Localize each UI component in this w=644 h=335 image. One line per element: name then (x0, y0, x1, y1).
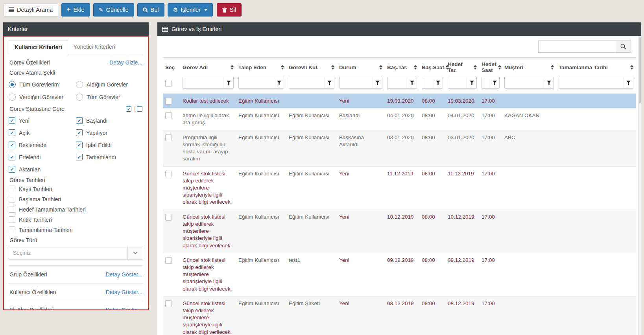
checkbox-checked-icon[interactable]: ✔ (76, 154, 83, 160)
detail-toggle-link[interactable]: Detay Göster... (106, 271, 142, 278)
checkbox-checked-icon[interactable]: ✔ (9, 166, 15, 173)
checkbox-option[interactable]: ✔Aktarılan (9, 166, 76, 173)
filter-input-talep-eden[interactable] (239, 77, 274, 88)
delete-button[interactable]: Sil (217, 3, 242, 17)
find-button[interactable]: Bul (137, 3, 164, 17)
table-row[interactable]: ✔Güncel stok listesi takip edilerek müşt… (163, 296, 636, 335)
checkbox-option[interactable]: ✔Açık (9, 129, 76, 136)
grid-search-input[interactable] (538, 40, 616, 53)
radio-option[interactable]: Tüm Görevler (76, 94, 143, 101)
checkbox-checked-icon[interactable]: ✔ (9, 154, 15, 160)
filter-button-bas-saat[interactable] (433, 77, 443, 88)
checkbox-option[interactable]: ✔Hedef Tamamlama Tarihleri (9, 206, 143, 213)
radio-option[interactable]: Aldığım Görevler (76, 81, 143, 88)
sort-icon[interactable] (379, 65, 382, 70)
checkbox-checked-icon[interactable]: ✔ (76, 117, 83, 124)
filter-input-bas-saat[interactable] (422, 77, 433, 88)
filter-input-gorevli-kul[interactable] (289, 77, 324, 88)
checkbox-empty-icon[interactable]: ✔ (9, 206, 15, 213)
sort-icon[interactable] (551, 65, 554, 70)
checkbox-option[interactable]: ✔Kritik Tarihleri (9, 216, 143, 223)
update-button[interactable]: ✎ Güncelle (93, 3, 134, 17)
filter-button-hedef-saat[interactable] (489, 77, 499, 88)
uncheck-all-icon[interactable]: ✔ (137, 106, 142, 112)
row-checkbox[interactable]: ✔ (165, 112, 172, 119)
radio-icon[interactable] (76, 94, 83, 101)
table-row[interactable]: ✔Güncel stok listesi takip edilerek müşt… (163, 210, 636, 253)
column-header-tamamlanma-tarihi[interactable]: Tamamlanma Tarihi (556, 58, 636, 76)
select-all-checkbox[interactable]: ✔ (165, 80, 172, 87)
detailed-search-button[interactable]: Detaylı Arama (3, 3, 58, 17)
add-button[interactable]: + Ekle (61, 3, 90, 17)
table-row[interactable]: ✔Güncel stok listesi takip edilerek müşt… (163, 253, 636, 296)
checkbox-empty-icon[interactable]: ✔ (9, 196, 15, 202)
column-header-gorev-adi[interactable]: Görev Adı (180, 58, 236, 76)
task-type-select[interactable]: Seçiniz (9, 246, 143, 260)
sort-icon[interactable] (630, 65, 633, 70)
checkbox-checked-icon[interactable]: ✔ (76, 142, 83, 148)
task-properties-toggle-link[interactable]: Detay Gizle... (109, 59, 142, 66)
filter-button-bas-tar[interactable] (407, 77, 417, 88)
filter-input-hedef-tar[interactable] (448, 77, 467, 88)
column-header-gorevli-kul[interactable]: Görevli Kul. (286, 58, 337, 76)
row-checkbox[interactable]: ✔ (165, 134, 172, 141)
row-checkbox[interactable]: ✔ (165, 214, 172, 221)
checkbox-option[interactable]: ✔Yeni (9, 117, 76, 124)
sort-icon[interactable] (231, 65, 234, 70)
filter-input-tamamlanma-tarihi[interactable] (559, 77, 623, 88)
table-row[interactable]: ✔Kodlar test edilecekEğitim KullanıcısıY… (163, 94, 636, 109)
radio-option[interactable]: Tüm Görevlerim (9, 81, 76, 88)
filter-button-hedef-tar[interactable] (467, 77, 476, 88)
filter-button-musteri[interactable] (544, 77, 554, 88)
column-header-talep-eden[interactable]: Talep Eden (236, 58, 286, 76)
check-all-icon[interactable]: ✔ (126, 106, 131, 112)
sort-icon[interactable] (498, 65, 501, 70)
filter-button-gorevli-kul[interactable] (324, 77, 334, 88)
checkbox-option[interactable]: ✔Başlama Tarihleri (9, 196, 143, 202)
filter-input-hedef-saat[interactable] (482, 77, 489, 88)
filter-input-gorev-adi[interactable] (183, 77, 223, 88)
tab-user-criteria[interactable]: Kullanıcı Kriterleri (9, 40, 68, 54)
checkbox-option[interactable]: ✔Kayıt Tarihleri (9, 186, 143, 192)
checkbox-empty-icon[interactable]: ✔ (9, 216, 15, 223)
column-header-bas-tar[interactable]: Baş.Tar. (385, 58, 419, 76)
filter-button-tamamlanma-tarihi[interactable] (623, 77, 633, 88)
table-row[interactable]: ✔Programla ilgili sormak istediği bir no… (163, 130, 636, 166)
column-header-bas-saat[interactable]: Baş.Saat (419, 58, 445, 76)
checkbox-option[interactable]: ✔Başlandı (76, 117, 143, 124)
checkbox-option[interactable]: ✔Tamamlandı (76, 154, 143, 160)
row-checkbox[interactable]: ✔ (165, 257, 172, 264)
filter-button-talep-eden[interactable] (274, 77, 284, 88)
detail-toggle-link[interactable]: Detay Göster... (106, 289, 142, 295)
checkbox-empty-icon[interactable]: ✔ (9, 226, 15, 233)
filter-input-bas-tar[interactable] (388, 77, 407, 88)
checkbox-option[interactable]: ✔Beklemede (9, 142, 76, 148)
filter-input-musteri[interactable] (505, 77, 544, 88)
table-row[interactable]: ✔Güncel stok listesi takip edilerek müşt… (163, 166, 636, 210)
filter-input-durum[interactable] (340, 77, 372, 88)
sort-icon[interactable] (474, 65, 477, 70)
row-checkbox[interactable]: ✔ (165, 300, 172, 307)
checkbox-checked-icon[interactable]: ✔ (76, 129, 83, 136)
column-header-hedef-tar[interactable]: Hedef Tar. (445, 58, 479, 76)
checkbox-checked-icon[interactable]: ✔ (9, 142, 15, 148)
radio-icon[interactable] (76, 81, 83, 88)
table-row[interactable]: ✔demo ile ilgili olarak ara görüş.Eğitim… (163, 109, 636, 130)
checkbox-option[interactable]: ✔Ertelendi (9, 154, 76, 160)
radio-icon[interactable] (9, 94, 16, 101)
checkbox-option[interactable]: ✔İptal Edildi (76, 142, 143, 148)
column-header-hedef-saat[interactable]: Hedef Saat (479, 58, 502, 76)
detail-toggle-link[interactable]: Detay Göster... (106, 307, 142, 310)
scrollbar-thumb[interactable] (639, 37, 641, 103)
radio-option[interactable]: Verdiğim Görevler (9, 94, 76, 101)
filter-button-gorev-adi[interactable] (223, 77, 233, 88)
checkbox-option[interactable]: ✔Tamamlanma Tarihleri (9, 226, 143, 233)
vertical-scrollbar[interactable] (638, 36, 641, 335)
sort-icon[interactable] (414, 65, 417, 70)
tab-manager-criteria[interactable]: Yönetici Kriterleri (68, 40, 121, 54)
sort-icon[interactable] (281, 65, 284, 70)
column-header-musteri[interactable]: Müşteri (502, 58, 556, 76)
actions-button[interactable]: ⚙ İşlemler (168, 3, 213, 17)
checkbox-option[interactable]: ✔Yapılıyor (76, 129, 143, 136)
checkbox-empty-icon[interactable]: ✔ (9, 186, 15, 192)
